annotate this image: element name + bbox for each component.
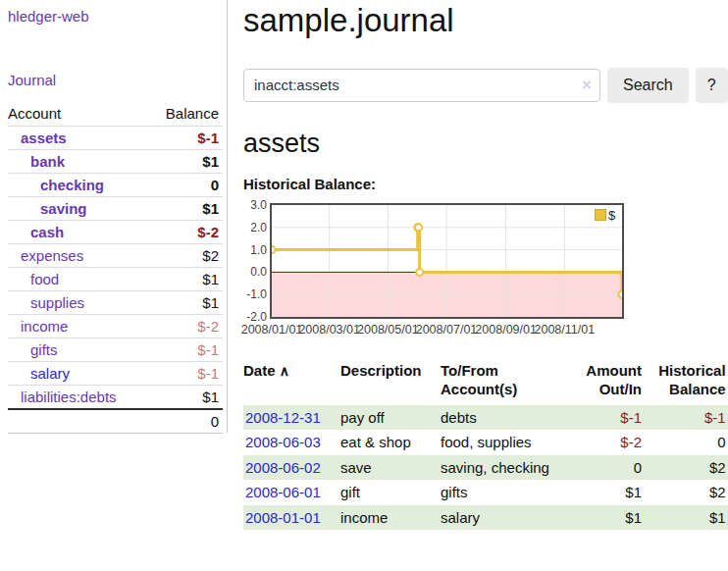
accounts-cell: food, supplies: [441, 430, 569, 455]
search-button[interactable]: Search: [607, 68, 689, 103]
amount-cell: $-1: [569, 405, 648, 431]
description-column-header: Description: [340, 359, 441, 405]
register-header-row: Date ∧ Description To/From Account(s) Am…: [243, 359, 728, 405]
balance-column-header-register: Historical Balance: [648, 359, 728, 405]
account-row: bank$1: [8, 150, 223, 174]
sidebar-account-gifts[interactable]: gifts: [30, 341, 58, 358]
accounts-cell: gifts: [441, 480, 569, 505]
amount-column-header: Amount Out/In: [569, 359, 648, 405]
accounts-table: Account Balance assets$-1bank$1checking0…: [8, 101, 223, 434]
balance-cell: $1: [648, 505, 728, 531]
sidebar-account-checking[interactable]: checking: [40, 177, 104, 193]
date-cell: 2008-06-01: [243, 480, 340, 505]
date-cell: 2008-06-03: [243, 430, 340, 455]
account-balance-value: 0: [148, 174, 223, 197]
register-row: 2008-01-01incomesalary$1$1: [243, 505, 728, 531]
chart-legend: $: [595, 208, 615, 223]
account-name-cell: gifts: [8, 338, 148, 362]
accounts-total-row: 0: [8, 409, 223, 434]
page-title: sample.journal: [243, 2, 728, 39]
account-name-cell: supplies: [8, 291, 148, 315]
y-axis-tick-label: 3.0: [243, 198, 267, 212]
sidebar-account-salary[interactable]: salary: [30, 365, 70, 382]
transaction-date-link[interactable]: 2008-06-02: [245, 459, 321, 476]
account-row: gifts$-1: [8, 338, 223, 362]
search-input[interactable]: [243, 69, 600, 102]
transaction-date-link[interactable]: 2008-06-01: [245, 484, 321, 500]
accounts-cell: salary: [441, 505, 569, 531]
sort-asc-icon: ∧: [280, 363, 289, 379]
sidebar-account-food[interactable]: food: [30, 271, 59, 287]
account-balance-value: $-2: [148, 221, 223, 244]
sidebar-account-supplies[interactable]: supplies: [30, 294, 84, 311]
transaction-date-link[interactable]: 2008-12-31: [245, 409, 321, 426]
date-cell: 2008-06-02: [243, 455, 340, 481]
register-row: 2008-06-01giftgifts$1$2: [243, 480, 728, 505]
description-cell: gift: [340, 480, 441, 505]
account-row: cash$-2: [8, 221, 223, 244]
amount-cell: $1: [569, 480, 648, 505]
account-balance-value: $2: [148, 244, 223, 268]
accounts-cell: debts: [441, 405, 569, 431]
account-name-cell: bank: [8, 150, 148, 174]
register-row: 2008-12-31pay offdebts$-1$-1: [243, 405, 728, 431]
search-bar: × Search ?: [243, 68, 728, 103]
x-axis-tick-label: 2008/05/01: [357, 323, 419, 337]
accounts-cell: saving, checking: [441, 455, 569, 481]
account-row: checking0: [8, 174, 223, 197]
account-balance-value: $-1: [148, 338, 223, 362]
balance-cell: $2: [648, 455, 728, 481]
account-name-cell: expenses: [8, 244, 148, 268]
transaction-date-link[interactable]: 2008-01-01: [245, 509, 321, 526]
register-row: 2008-06-03eat & shopfood, supplies$-20: [243, 430, 728, 455]
x-axis-tick-label: 2008/11/01: [534, 323, 595, 337]
legend-color-swatch: [595, 209, 606, 221]
sidebar-account-saving[interactable]: saving: [40, 200, 87, 217]
sidebar-item-journal[interactable]: Journal: [8, 72, 56, 88]
y-axis-tick-label: -2.0: [243, 310, 267, 324]
y-axis-tick-label: 2.0: [243, 221, 267, 234]
balance-cell: $-1: [648, 405, 728, 431]
clear-search-icon[interactable]: ×: [582, 76, 592, 95]
account-balance-value: $1: [148, 291, 223, 315]
description-cell: income: [340, 505, 441, 531]
balance-cell: 0: [648, 430, 728, 455]
account-name-cell: food: [8, 268, 148, 291]
account-name-cell: cash: [8, 221, 148, 244]
account-name-cell: assets: [8, 127, 148, 150]
sidebar-account-liabilities-debts[interactable]: liabilities:debts: [21, 389, 117, 405]
total-spacer: [8, 409, 148, 434]
account-name-cell: saving: [8, 197, 148, 221]
account-column-header: Account: [8, 101, 148, 127]
account-row: assets$-1: [8, 127, 223, 150]
sidebar-account-bank[interactable]: bank: [30, 153, 65, 170]
account-balance-value: $1: [148, 150, 223, 174]
description-cell: save: [340, 455, 441, 481]
date-column-header[interactable]: Date ∧: [243, 359, 340, 405]
transaction-date-link[interactable]: 2008-06-03: [245, 434, 321, 450]
brand-link[interactable]: hledger-web: [8, 8, 89, 25]
accounts-column-header: To/From Account(s): [441, 359, 569, 405]
account-row: supplies$1: [8, 291, 223, 315]
y-axis-tick-label: 0.0: [243, 265, 267, 279]
account-row: saving$1: [8, 197, 223, 221]
sidebar-account-expenses[interactable]: expenses: [21, 247, 83, 264]
description-cell: eat & shop: [340, 430, 441, 455]
chart-plot-area: [270, 203, 624, 319]
sidebar-account-cash[interactable]: cash: [30, 224, 64, 240]
balance-chart: 3.02.01.00.0-1.0-2.0 $ 2008/01/012008/03…: [243, 201, 728, 338]
account-name-cell: checking: [8, 174, 148, 197]
account-balance-value: $-1: [148, 127, 223, 150]
x-axis-tick-label: 2008/07/01: [416, 323, 478, 337]
account-balance-value: $1: [148, 386, 223, 410]
account-balance-value: $-1: [148, 362, 223, 386]
date-cell: 2008-01-01: [243, 505, 340, 531]
sidebar-account-income[interactable]: income: [21, 318, 68, 335]
accounts-total-value: 0: [148, 409, 223, 434]
sidebar-account-assets[interactable]: assets: [21, 130, 67, 146]
help-button[interactable]: ?: [696, 68, 728, 103]
account-title: assets: [243, 129, 728, 159]
register-table-body: 2008-12-31pay offdebts$-1$-12008-06-03ea…: [243, 405, 728, 531]
description-cell: pay off: [340, 405, 441, 431]
x-axis-tick-label: 2008/09/01: [475, 323, 537, 337]
